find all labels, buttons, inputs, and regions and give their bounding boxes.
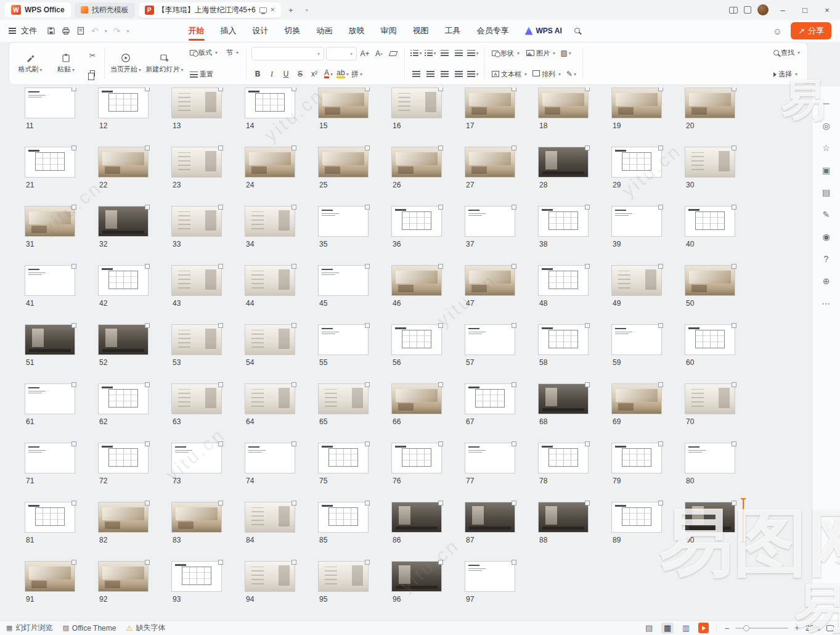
slide-cell-83[interactable]: 83 [171, 502, 245, 561]
slide-thumbnail[interactable] [318, 502, 369, 533]
slide-thumbnail[interactable] [171, 324, 222, 355]
cut-icon[interactable]: ✂ [89, 51, 96, 60]
print-preview-icon[interactable] [76, 27, 85, 35]
slide-cell-53[interactable]: 53 [171, 324, 245, 383]
slide-cell-63[interactable]: 63 [171, 383, 245, 443]
play-from-current-button[interactable]: 当页开始 [110, 46, 142, 81]
layout-button[interactable]: 版式 [187, 47, 220, 59]
slide-thumbnail[interactable] [171, 265, 222, 296]
slide-thumbnail[interactable] [538, 265, 589, 296]
ribbon-tab-插入[interactable]: 插入 [221, 20, 237, 42]
slide-thumbnail[interactable] [245, 206, 295, 237]
slide-thumbnail[interactable] [245, 443, 295, 473]
strikethrough-button[interactable]: S [294, 68, 306, 80]
slide-cell-92[interactable]: 92 [98, 561, 171, 620]
redo-icon[interactable]: ↷ [113, 26, 121, 36]
zoom-out-button[interactable]: − [724, 623, 729, 633]
slide-cell-27[interactable]: 27 [465, 147, 538, 206]
underline-button[interactable]: U [280, 68, 292, 80]
format-settings-icon[interactable]: ▣ [818, 162, 835, 179]
slide-cell-14[interactable]: 14 [245, 88, 318, 147]
slide-cell-20[interactable]: 20 [685, 88, 758, 147]
slide-thumbnail[interactable] [245, 324, 295, 355]
slide-thumbnail[interactable] [391, 206, 442, 237]
ribbon-tab-审阅[interactable]: 审阅 [381, 20, 397, 42]
favorites-icon[interactable]: ☆ [818, 139, 835, 157]
ribbon-tab-工具[interactable]: 工具 [445, 20, 461, 42]
slide-cell-75[interactable]: 75 [318, 443, 391, 502]
justify-button[interactable] [452, 68, 465, 80]
slide-thumbnail[interactable] [611, 502, 662, 533]
slide-thumbnail[interactable] [25, 265, 75, 296]
find-button[interactable]: 查找 [771, 47, 802, 59]
slide-thumbnail[interactable] [318, 88, 369, 118]
slide-thumbnail[interactable] [465, 324, 515, 355]
slide-cell-17[interactable]: 17 [465, 88, 538, 147]
document-tab[interactable]: P 【李玮琨】上海世纪江湾45+6 × [139, 2, 281, 18]
reset-button[interactable]: 重置 [187, 68, 220, 80]
slide-cell-84[interactable]: 84 [245, 502, 318, 561]
slide-thumbnail[interactable] [318, 383, 369, 414]
repair-tools-icon[interactable]: ✎ [818, 206, 835, 223]
contact-icon[interactable]: ⊕ [818, 272, 835, 290]
slide-cell-94[interactable]: 94 [245, 561, 318, 620]
fit-to-window-icon[interactable] [826, 625, 834, 631]
slide-thumbnail[interactable] [318, 147, 369, 178]
fill-color-button[interactable]: ▨ [560, 47, 572, 59]
slide-thumbnail[interactable] [611, 147, 662, 178]
missing-fonts-warning[interactable]: ⚠ 缺失字体 [126, 623, 165, 633]
slide-thumbnail[interactable] [685, 265, 735, 296]
more-icon[interactable]: ⋯ [818, 295, 835, 312]
slide-cell-73[interactable]: 73 [171, 443, 245, 502]
slide-thumbnail[interactable] [318, 265, 369, 296]
slide-thumbnail[interactable] [538, 147, 589, 178]
slide-thumbnail[interactable] [465, 265, 515, 296]
slide-cell-81[interactable]: 81 [25, 502, 98, 561]
zoom-level[interactable]: 20% [805, 624, 820, 633]
section-button[interactable]: 节 [224, 47, 241, 59]
decrease-indent-button[interactable] [438, 47, 451, 59]
slide-thumbnail[interactable] [611, 383, 662, 414]
slide-thumbnail[interactable] [391, 324, 442, 355]
collapse-ribbon-icon[interactable]: ─ [818, 95, 835, 112]
slide-thumbnail[interactable] [98, 383, 149, 414]
slide-cell-41[interactable]: 41 [25, 265, 98, 324]
slide-thumbnail[interactable] [611, 443, 662, 473]
slide-cell-21[interactable]: 21 [25, 147, 98, 206]
workspace-icon[interactable] [744, 6, 751, 14]
slide-cell-44[interactable]: 44 [245, 265, 318, 324]
slide-cell-76[interactable]: 76 [391, 443, 465, 502]
slide-cell-74[interactable]: 74 [245, 443, 318, 502]
align-left-button[interactable] [410, 68, 422, 80]
reading-view-button[interactable]: ▥ [680, 623, 692, 634]
font-size-select[interactable]: ▾ [326, 47, 357, 60]
slide-cell-36[interactable]: 36 [391, 206, 465, 265]
slide-cell-33[interactable]: 33 [171, 206, 245, 265]
slide-cell-30[interactable]: 30 [685, 147, 758, 206]
slide-cell-45[interactable]: 45 [318, 265, 391, 324]
slide-cell-64[interactable]: 64 [245, 383, 318, 443]
slide-thumbnail[interactable] [98, 88, 149, 118]
slide-thumbnail[interactable] [318, 561, 369, 592]
increase-indent-button[interactable] [452, 47, 465, 59]
slide-cell-29[interactable]: 29 [611, 147, 685, 206]
slide-cell-66[interactable]: 66 [391, 383, 465, 443]
slide-cell-32[interactable]: 32 [98, 206, 171, 265]
slide-thumbnail[interactable] [538, 324, 589, 355]
new-tab-button[interactable]: + [285, 4, 297, 16]
slideshow-play-button[interactable] [698, 623, 709, 633]
slide-thumbnail[interactable] [25, 206, 75, 237]
app-home-tab[interactable]: W WPS Office [5, 2, 71, 17]
slide-thumbnail[interactable] [538, 88, 589, 118]
slide-thumbnail[interactable] [538, 383, 589, 414]
ribbon-tab-放映[interactable]: 放映 [349, 20, 365, 42]
ribbon-tab-会员专享[interactable]: 会员专享 [477, 20, 509, 42]
slide-thumbnail[interactable] [245, 561, 295, 592]
slide-thumbnail[interactable] [98, 147, 149, 178]
format-painter-button[interactable]: 格式刷 [14, 46, 46, 81]
slide-thumbnail[interactable] [685, 383, 735, 414]
slide-cell-40[interactable]: 40 [685, 206, 758, 265]
maximize-button[interactable]: □ [797, 3, 813, 17]
slide-cell-19[interactable]: 19 [611, 88, 685, 147]
slide-cell-85[interactable]: 85 [318, 502, 391, 561]
